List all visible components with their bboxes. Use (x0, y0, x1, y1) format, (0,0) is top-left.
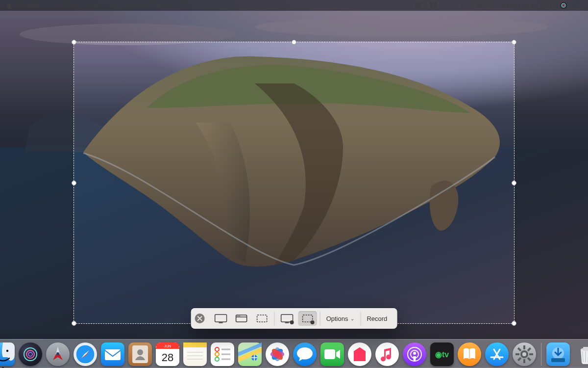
wifi-status-icon[interactable] (444, 1, 452, 9)
dock-finder-icon[interactable] (0, 342, 15, 366)
capture-window-button[interactable] (232, 311, 251, 326)
dock-calendar-icon[interactable]: JUN28 (156, 342, 179, 366)
active-app-name[interactable]: Finder (21, 2, 41, 9)
svg-point-36 (26, 350, 34, 358)
record-entire-screen-button[interactable] (278, 311, 296, 326)
svg-text:◉tv: ◉tv (435, 350, 449, 359)
battery-status-icon[interactable] (473, 1, 485, 9)
dock-photos-icon[interactable] (266, 342, 289, 366)
capture-selection-button[interactable] (253, 311, 271, 326)
volume-status-icon[interactable] (459, 1, 466, 9)
svg-rect-81 (527, 347, 531, 351)
dock-podcasts-icon[interactable] (403, 342, 426, 366)
dock-siri-icon[interactable] (19, 342, 42, 366)
svg-rect-28 (257, 315, 267, 322)
record-selection-button[interactable] (298, 311, 317, 326)
action-label: Record (367, 315, 387, 322)
menu-view[interactable]: View (87, 2, 100, 9)
dock-facetime-icon[interactable] (320, 342, 344, 366)
svg-rect-21 (215, 315, 227, 322)
dock: JUN28 ◉tv (0, 339, 588, 368)
dock-notes-icon[interactable] (183, 342, 207, 366)
resize-handle-e[interactable] (512, 181, 516, 185)
screenshot-action-button[interactable]: Record (361, 311, 393, 326)
dock-separator (541, 343, 541, 366)
svg-rect-41 (105, 349, 121, 360)
svg-point-20 (574, 7, 575, 8)
screenshot-options-button[interactable]: Options ⌄ (320, 311, 361, 326)
dock-system-preferences-icon[interactable] (513, 342, 536, 366)
svg-point-37 (28, 352, 32, 356)
svg-rect-5 (434, 2, 437, 5)
dock-books-icon[interactable] (458, 342, 481, 366)
screenshot-toolbar: Options ⌄ Record (191, 308, 397, 329)
resize-handle-sw[interactable] (72, 321, 76, 326)
menu-help[interactable]: Help (157, 2, 170, 9)
dock-tv-icon[interactable]: ◉tv (430, 342, 454, 366)
dropbox-status-icon[interactable] (415, 1, 422, 9)
spotlight-icon[interactable] (545, 1, 553, 9)
resize-handle-w[interactable] (72, 181, 76, 185)
dock-reminders-icon[interactable] (211, 342, 234, 366)
svg-rect-82 (517, 357, 521, 361)
svg-rect-80 (529, 353, 533, 355)
svg-point-34 (6, 350, 8, 352)
dock-launchpad-icon[interactable] (46, 342, 70, 366)
svg-rect-9 (482, 5, 482, 6)
dock-contacts-icon[interactable] (128, 342, 152, 366)
menu-bar: Finder File Edit View Go Window Help Fri… (0, 0, 588, 11)
dock-music-icon[interactable] (375, 342, 399, 366)
svg-point-51 (215, 347, 219, 351)
svg-rect-78 (523, 359, 525, 363)
record-indicator-icon (311, 320, 315, 324)
svg-line-90 (583, 351, 583, 362)
svg-point-19 (574, 5, 575, 6)
calendar-day-label: 28 (161, 351, 173, 364)
dock-mail-icon[interactable] (101, 342, 124, 366)
svg-point-52 (215, 352, 219, 356)
dock-region: JUN28 ◉tv (0, 334, 588, 368)
screenshot-close-button[interactable] (195, 314, 205, 323)
dock-downloads-icon[interactable] (546, 342, 570, 366)
menubar-clock[interactable]: Fri 28 Jun 14:18 (492, 2, 538, 9)
dock-news-icon[interactable] (348, 342, 371, 366)
menu-window[interactable]: Window (125, 2, 148, 9)
dock-trash-icon[interactable] (574, 342, 588, 366)
svg-rect-6 (434, 6, 437, 9)
resize-handle-ne[interactable] (512, 40, 516, 45)
resize-handle-se[interactable] (512, 321, 516, 326)
svg-point-18 (574, 3, 575, 4)
svg-point-27 (240, 315, 241, 316)
svg-point-38 (56, 352, 59, 355)
options-label: Options (326, 315, 348, 322)
svg-point-85 (522, 352, 526, 356)
svg-point-12 (560, 2, 567, 9)
svg-rect-83 (517, 347, 521, 351)
svg-rect-84 (527, 357, 531, 361)
svg-point-35 (24, 348, 37, 361)
chevron-down-icon: ⌄ (350, 316, 354, 321)
svg-point-10 (546, 3, 551, 7)
svg-point-70 (413, 352, 416, 355)
apple-menu-icon[interactable] (5, 1, 13, 9)
dock-maps-icon[interactable] (238, 342, 262, 366)
menu-go[interactable]: Go (109, 2, 117, 9)
svg-point-26 (238, 315, 239, 316)
dock-messages-icon[interactable] (293, 342, 317, 366)
menu-file[interactable]: File (49, 2, 59, 9)
dock-appstore-icon[interactable] (485, 342, 509, 366)
capture-entire-screen-button[interactable] (212, 311, 230, 326)
svg-rect-47 (183, 342, 207, 347)
resize-handle-n[interactable] (292, 40, 296, 45)
svg-rect-8 (476, 5, 480, 6)
notification-center-icon[interactable] (574, 1, 582, 9)
siri-menubar-icon[interactable] (560, 1, 567, 9)
resize-handle-nw[interactable] (72, 40, 76, 45)
dock-safari-icon[interactable] (74, 342, 97, 366)
svg-point-25 (237, 315, 238, 316)
menu-edit[interactable]: Edit (68, 2, 78, 9)
svg-line-11 (550, 7, 552, 9)
svg-rect-79 (515, 353, 519, 355)
screenshot-selection-area[interactable] (74, 42, 514, 324)
menubar-app-icon[interactable] (429, 1, 437, 9)
